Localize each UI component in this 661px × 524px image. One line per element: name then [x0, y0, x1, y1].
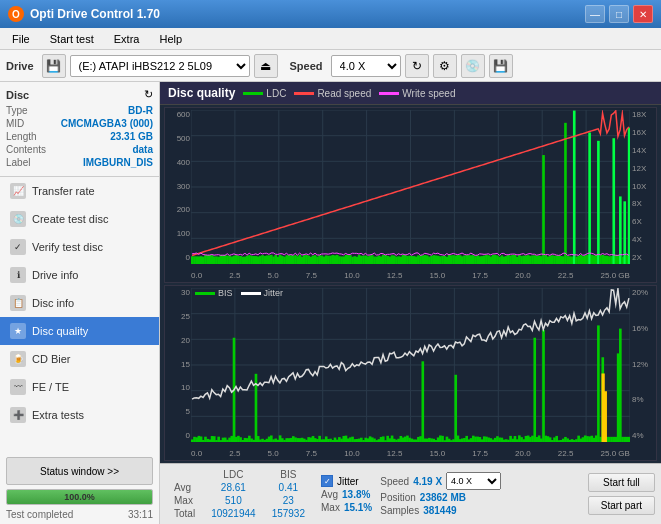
title-bar-title: O Opti Drive Control 1.70 [8, 6, 160, 22]
disc-label-row: Label IMGBURN_DIS [6, 157, 153, 168]
disc-info-icon: 📋 [10, 295, 26, 311]
legend-bis: BIS [195, 288, 233, 298]
disc-label-value: IMGBURN_DIS [83, 157, 153, 168]
legend-write-speed-color [379, 92, 399, 95]
sidebar-item-disc-quality[interactable]: ★ Disc quality [0, 317, 159, 345]
drive-select[interactable]: (E:) ATAPI iHBS212 2 5L09 [70, 55, 250, 77]
stats-avg-bis: 0.41 [264, 481, 313, 494]
chart1: 0 100 200 300 400 500 600 2X 4X 6X 8X 10… [164, 107, 657, 283]
legend-read-speed-color [294, 92, 314, 95]
stats-header-bis: BIS [264, 468, 313, 481]
position-label: Position [380, 492, 416, 503]
status-completed: Test completed [6, 509, 73, 520]
legend-bis-color [195, 292, 215, 295]
refresh-icon[interactable]: ↻ [405, 54, 429, 78]
disc-section: Disc ↻ Type BD-R MID CMCMAGBA3 (000) Len… [0, 82, 159, 177]
disc-type-value: BD-R [128, 105, 153, 116]
nav-items: 📈 Transfer rate 💿 Create test disc ✓ Ver… [0, 177, 159, 453]
sidebar: Disc ↻ Type BD-R MID CMCMAGBA3 (000) Len… [0, 82, 160, 524]
jitter-checkbox[interactable]: ✓ [321, 475, 333, 487]
legend-write-speed: Write speed [379, 88, 455, 99]
speed-info: Speed 4.19 X 4.0 X Position 23862 MB Sam… [380, 472, 501, 516]
speed-label: Speed [290, 60, 323, 72]
disc-contents-label: Contents [6, 144, 46, 155]
menu-start-test[interactable]: Start test [42, 31, 102, 47]
stats-header-ldc: LDC [203, 468, 264, 481]
chart2: BIS Jitter 0 5 10 15 20 25 30 [164, 285, 657, 461]
legend-ldc-color [243, 92, 263, 95]
save-icon[interactable]: 💾 [489, 54, 513, 78]
sidebar-item-transfer-rate[interactable]: 📈 Transfer rate [0, 177, 159, 205]
sidebar-item-extra-tests[interactable]: ➕ Extra tests [0, 401, 159, 429]
disc-refresh-icon[interactable]: ↻ [144, 88, 153, 101]
status-window-button[interactable]: Status window >> [6, 457, 153, 485]
disc-mid-label: MID [6, 118, 24, 129]
samples-label: Samples [380, 505, 419, 516]
disc-icon[interactable]: 💿 [461, 54, 485, 78]
settings-icon[interactable]: ⚙ [433, 54, 457, 78]
cd-bier-icon: 🍺 [10, 351, 26, 367]
menu-help[interactable]: Help [151, 31, 190, 47]
disc-contents-row: Contents data [6, 144, 153, 155]
start-full-button[interactable]: Start full [588, 473, 655, 492]
chart1-y-labels-left: 0 100 200 300 400 500 600 [165, 108, 191, 264]
disc-length-row: Length 23.31 GB [6, 131, 153, 142]
chart2-y-labels-left: 0 5 10 15 20 25 30 [165, 286, 191, 442]
stats-max-bis: 23 [264, 494, 313, 507]
sidebar-item-disc-info[interactable]: 📋 Disc info [0, 289, 159, 317]
sidebar-item-label-drive-info: Drive info [32, 269, 78, 281]
sidebar-item-label-verify-test-disc: Verify test disc [32, 241, 103, 253]
sidebar-item-cd-bier[interactable]: 🍺 CD Bier [0, 345, 159, 373]
menu-file[interactable]: File [4, 31, 38, 47]
drive-info-icon: ℹ [10, 267, 26, 283]
verify-test-disc-icon: ✓ [10, 239, 26, 255]
disc-quality-icon: ★ [10, 323, 26, 339]
menu-extra[interactable]: Extra [106, 31, 148, 47]
title-bar: O Opti Drive Control 1.70 — □ ✕ [0, 0, 661, 28]
speed-row: Speed 4.19 X 4.0 X [380, 472, 501, 490]
samples-row: Samples 381449 [380, 505, 501, 516]
sidebar-item-fe-te[interactable]: 〰 FE / TE [0, 373, 159, 401]
speed-select2[interactable]: 4.0 X [446, 472, 501, 490]
sidebar-item-drive-info[interactable]: ℹ Drive info [0, 261, 159, 289]
speed-value: 4.19 X [413, 476, 442, 487]
sidebar-item-label-disc-quality: Disc quality [32, 325, 88, 337]
app-icon: O [8, 6, 24, 22]
maximize-button[interactable]: □ [609, 5, 629, 23]
disc-contents-value: data [132, 144, 153, 155]
minimize-button[interactable]: — [585, 5, 605, 23]
disc-type-label: Type [6, 105, 28, 116]
legend-read-speed: Read speed [294, 88, 371, 99]
jitter-avg-value: 13.8% [342, 489, 370, 500]
stats-max-label: Max [166, 494, 203, 507]
speed-select[interactable]: 4.0 X [331, 55, 401, 77]
sidebar-item-create-test-disc[interactable]: 💿 Create test disc [0, 205, 159, 233]
app-title: Opti Drive Control 1.70 [30, 7, 160, 21]
toolbar: Drive 💾 (E:) ATAPI iHBS212 2 5L09 ⏏ Spee… [0, 50, 661, 82]
start-part-button[interactable]: Start part [588, 496, 655, 515]
sidebar-item-verify-test-disc[interactable]: ✓ Verify test disc [0, 233, 159, 261]
position-row: Position 23862 MB [380, 492, 501, 503]
stats-total-ldc: 10921944 [203, 507, 264, 520]
eject-icon[interactable]: ⏏ [254, 54, 278, 78]
chart1-x-labels: 0.0 2.5 5.0 7.5 10.0 12.5 15.0 17.5 20.0… [191, 271, 630, 280]
chart2-canvas [191, 288, 630, 442]
stats-avg-ldc: 28.61 [203, 481, 264, 494]
sidebar-item-label-cd-bier: CD Bier [32, 353, 71, 365]
disc-mid-value: CMCMAGBA3 (000) [61, 118, 153, 129]
legend-jitter-label: Jitter [264, 288, 284, 298]
speed-text-label: Speed [380, 476, 409, 487]
jitter-avg-label: Avg [321, 489, 338, 500]
progress-text: 100.0% [7, 490, 152, 504]
drive-label: Drive [6, 60, 34, 72]
legend-ldc-label: LDC [266, 88, 286, 99]
chart2-y-labels-right: 4% 8% 12% 16% 20% [630, 286, 656, 442]
chart1-y-labels-right: 2X 4X 6X 8X 10X 12X 14X 16X 18X [630, 108, 656, 264]
legend-write-speed-label: Write speed [402, 88, 455, 99]
chart2-legend: BIS Jitter [195, 288, 283, 298]
chart-title: Disc quality [168, 86, 235, 100]
stats-avg-label: Avg [166, 481, 203, 494]
status-time: 33:11 [128, 509, 153, 520]
sidebar-item-label-transfer-rate: Transfer rate [32, 185, 95, 197]
close-button[interactable]: ✕ [633, 5, 653, 23]
